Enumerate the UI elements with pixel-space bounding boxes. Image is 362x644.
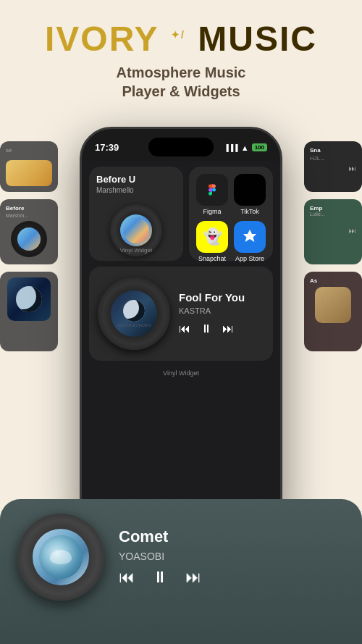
side-widget-left-3 bbox=[0, 272, 58, 351]
app-icon-snapchat[interactable]: 👻 Snapchat bbox=[196, 221, 228, 262]
vinyl-disc-bottom bbox=[17, 514, 104, 601]
figma-icon bbox=[196, 174, 228, 206]
sw-label-r2: Emp bbox=[310, 205, 356, 212]
phone-screen: Before U Marshmello Vinyl Widget bbox=[82, 161, 280, 530]
tiktok-label: TikTok bbox=[240, 208, 259, 215]
prev-button-large[interactable]: ⏮ bbox=[179, 322, 190, 335]
title-deco: ✦/ bbox=[171, 29, 185, 41]
widget-row-top: Before U Marshmello Vinyl Widget bbox=[89, 167, 273, 261]
app-icon-tiktok[interactable]: ♪ TikTok bbox=[234, 174, 266, 215]
large-widget-label: Vinyl Widget bbox=[89, 365, 273, 378]
status-time: 17:39 bbox=[95, 142, 119, 153]
album-art-bottom bbox=[33, 529, 89, 585]
status-icons: ▐▐▐ ▲ 100 bbox=[224, 143, 267, 152]
bottom-player: Comet YOASOBI ⏮ ⏸ ⏭ bbox=[0, 499, 362, 644]
side-widget-left-1: se bbox=[0, 141, 58, 192]
appstore-icon bbox=[234, 221, 266, 253]
app-icon-figma[interactable]: Figma bbox=[196, 174, 228, 215]
side-widget-right-2: Emp Lulle... ⏭ bbox=[304, 199, 362, 264]
figma-label: Figma bbox=[203, 208, 221, 215]
small-widget-title: Before U bbox=[96, 174, 176, 185]
side-widget-left-2: Before Marshm... bbox=[0, 199, 58, 264]
app-header: IVORY ✦/ MUSIC Atmosphere Music Player &… bbox=[0, 0, 362, 112]
sw-title-2: Before bbox=[6, 205, 52, 212]
bottom-player-content: Comet YOASOBI ⏮ ⏸ ⏭ bbox=[17, 514, 345, 601]
sw-label-r3: As bbox=[310, 277, 356, 284]
side-widget-right-1: Sna HJL... ⏭ bbox=[304, 141, 362, 192]
large-widget-controls: ⏮ ⏸ ⏭ bbox=[179, 322, 264, 335]
play-button-bottom[interactable]: ⏸ bbox=[152, 568, 168, 587]
prev-button-bottom[interactable]: ⏮ bbox=[119, 568, 135, 587]
app-icon-appstore[interactable]: App Store bbox=[234, 221, 266, 262]
sw-label-1: se bbox=[6, 147, 52, 154]
next-button-large[interactable]: ⏭ bbox=[222, 322, 234, 335]
large-widget-title: Fool For You bbox=[179, 291, 264, 304]
snapchat-icon: 👻 bbox=[196, 221, 228, 253]
snapchat-label: Snapchat bbox=[198, 255, 226, 262]
large-widget-song-info: Fool For You KASTRA ⏮ ⏸ ⏭ bbox=[179, 291, 264, 335]
sw-artist-2: Marshm... bbox=[6, 213, 52, 218]
title-ivory: IVORY bbox=[45, 20, 159, 58]
side-widget-right-3: As bbox=[304, 272, 362, 351]
bottom-player-controls: ⏮ ⏸ ⏭ bbox=[119, 568, 345, 587]
app-subtitle: Atmosphere Music Player & Widgets bbox=[14, 63, 348, 101]
dynamic-island bbox=[148, 138, 214, 156]
phone-frame: 17:39 ▐▐▐ ▲ 100 Before U Marshmello bbox=[80, 127, 282, 532]
side-widgets-left: se Before Marshm... bbox=[0, 141, 58, 351]
battery-indicator: 100 bbox=[252, 143, 267, 151]
album-art-large: SOLAR ECHOES bbox=[111, 290, 157, 337]
app-title: IVORY ✦/ MUSIC bbox=[45, 20, 317, 59]
vinyl-disc-large: SOLAR ECHOES bbox=[98, 277, 170, 350]
vinyl-widget-small: Before U Marshmello Vinyl Widget bbox=[89, 167, 183, 261]
small-widget-label: Vinyl Widget bbox=[89, 242, 183, 255]
moon-shape bbox=[123, 300, 145, 322]
bottom-player-title: Comet bbox=[119, 527, 345, 546]
bottom-song-info: Comet YOASOBI ⏮ ⏸ ⏭ bbox=[119, 527, 345, 587]
wifi-icon: ▲ bbox=[241, 143, 249, 152]
appstore-label: App Store bbox=[235, 255, 264, 262]
sw-label-r1: Sna bbox=[310, 147, 356, 154]
play-button-large[interactable]: ⏸ bbox=[201, 322, 212, 335]
vinyl-widget-large: SOLAR ECHOES Fool For You KASTRA ⏮ ⏸ ⏭ bbox=[89, 267, 273, 361]
large-widget-artist: KASTRA bbox=[179, 306, 264, 315]
signal-icon: ▐▐▐ bbox=[224, 144, 238, 151]
side-widgets-right: Sna HJL... ⏭ Emp Lulle... ⏭ As bbox=[304, 141, 362, 351]
app-grid: Figma ♪ TikTok 👻 Snapchat bbox=[189, 167, 273, 261]
title-music: MUSIC bbox=[198, 20, 317, 58]
small-widget-artist: Marshmello bbox=[96, 186, 176, 194]
next-button-bottom[interactable]: ⏭ bbox=[185, 568, 201, 587]
tiktok-icon: ♪ bbox=[234, 174, 266, 206]
bottom-player-artist: YOASOBI bbox=[119, 551, 345, 562]
